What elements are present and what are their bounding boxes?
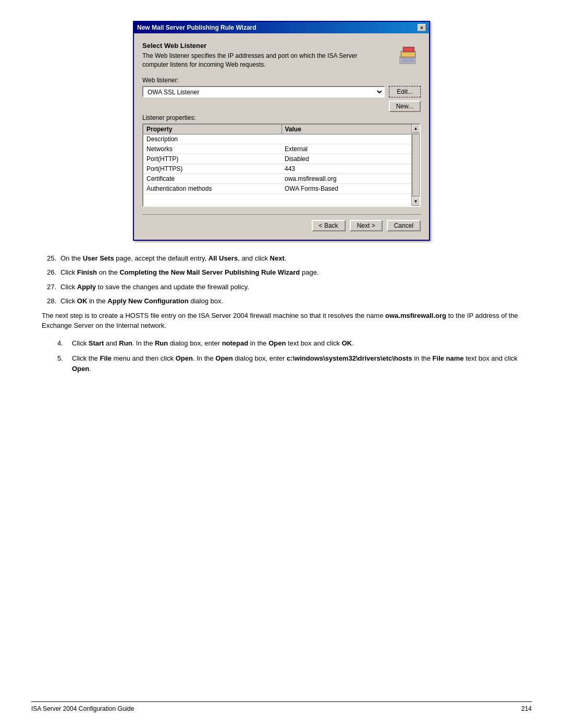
step-number: 28. (42, 296, 56, 306)
step-number: 27. (42, 282, 56, 292)
cell-value: Disabled (282, 154, 420, 164)
cancel-button[interactable]: Cancel (387, 220, 421, 231)
cell-property: Port(HTTPS) (143, 164, 282, 174)
dialog-header-text: Select Web Listener The Web listener spe… (142, 42, 390, 69)
dialog-titlebar: New Mail Server Publishing Rule Wizard × (134, 22, 429, 33)
table-row: Authentication methodsOWA Forms-Based (143, 184, 420, 194)
dialog-container: New Mail Server Publishing Rule Wizard ×… (31, 21, 532, 241)
step-text: Click Apply to save the changes and upda… (60, 282, 249, 292)
sub-step-number: 5. (57, 353, 67, 374)
column-value: Value (282, 125, 420, 134)
cell-value: OWA Forms-Based (282, 184, 420, 193)
dialog-body: Select Web Listener The Web listener spe… (134, 33, 429, 240)
table-header: Property Value (143, 125, 420, 134)
web-listener-row: OWA SSL Listener Edit... (142, 86, 421, 97)
sub-step-text: Click the File menu and then click Open.… (72, 353, 521, 374)
numbered-step: 25.On the User Sets page, accept the def… (42, 253, 521, 264)
scroll-thumb[interactable] (412, 134, 420, 196)
step-text: On the User Sets page, accept the defaul… (60, 253, 286, 264)
table-row: Certificateowa.msfirewall.org (143, 174, 420, 184)
dialog-title: New Mail Server Publishing Rule Wizard (137, 24, 256, 31)
steps-list: 25.On the User Sets page, accept the def… (42, 253, 521, 306)
footer-bar: ISA Server 2004 Configuration Guide 214 (31, 701, 532, 712)
table-row: NetworksExternal (143, 144, 420, 154)
vertical-scrollbar[interactable]: ▲ ▼ (411, 125, 420, 206)
cell-property: Networks (143, 144, 282, 154)
footer-left: ISA Server 2004 Configuration Guide (31, 705, 134, 712)
close-button[interactable]: × (418, 24, 426, 31)
table-row: Port(HTTPS)443 (143, 164, 420, 174)
page-wrapper: New Mail Server Publishing Rule Wizard ×… (0, 0, 563, 728)
sub-step-text: Click Start and Run. In the Run dialog b… (72, 338, 354, 349)
dialog-button-row: < Back Next > Cancel (142, 214, 421, 231)
wizard-icon (396, 42, 421, 67)
step-number: 26. (42, 267, 56, 278)
step-number: 25. (42, 253, 56, 264)
table-row: Description (143, 134, 420, 144)
new-btn-container: New... (142, 101, 421, 112)
numbered-step: 28.Click OK in the Apply New Configurati… (42, 296, 521, 306)
table-body: DescriptionNetworksExternalPort(HTTP)Dis… (143, 134, 420, 194)
numbered-step: 27.Click Apply to save the changes and u… (42, 282, 521, 292)
cell-value: owa.msfirewall.org (282, 174, 420, 183)
cell-value (282, 134, 420, 144)
footer-right: 214 (521, 705, 532, 712)
edit-button[interactable]: Edit... (389, 86, 421, 97)
back-button[interactable]: < Back (312, 220, 346, 231)
cell-value: External (282, 144, 420, 154)
cell-value: 443 (282, 164, 420, 174)
step-text: Click Finish on the Completing the New M… (60, 267, 319, 278)
scroll-up-arrow[interactable]: ▲ (412, 125, 420, 133)
cell-property: Description (143, 134, 282, 144)
dialog-section-title: Select Web Listener (142, 42, 390, 50)
web-listener-label: Web listener: (142, 77, 421, 84)
cell-property: Certificate (143, 174, 282, 183)
content-area: 25.On the User Sets page, accept the def… (31, 253, 532, 379)
new-button[interactable]: New... (389, 101, 421, 112)
next-button[interactable]: Next > (350, 220, 383, 231)
column-property: Property (143, 125, 282, 134)
cell-property: Port(HTTP) (143, 154, 282, 164)
svg-rect-3 (402, 52, 414, 56)
sub-step: 5.Click the File menu and then click Ope… (57, 353, 521, 374)
cell-property: Authentication methods (143, 184, 282, 193)
dialog-header: Select Web Listener The Web listener spe… (142, 42, 421, 69)
properties-table: Property Value DescriptionNetworksExtern… (142, 124, 421, 207)
table-row: Port(HTTP)Disabled (143, 154, 420, 164)
step-text: Click OK in the Apply New Configuration … (60, 296, 223, 306)
web-listener-select[interactable]: OWA SSL Listener (142, 86, 385, 97)
listener-properties-label: Listener properties: (142, 114, 421, 121)
sub-step-number: 4. (57, 338, 67, 349)
sub-steps-list: 4.Click Start and Run. In the Run dialog… (42, 338, 521, 374)
dialog-description: The Web listener specifies the IP addres… (142, 52, 390, 69)
numbered-step: 26.Click Finish on the Completing the Ne… (42, 267, 521, 278)
svg-rect-5 (404, 48, 413, 51)
scroll-down-arrow[interactable]: ▼ (412, 198, 420, 206)
sub-step: 4.Click Start and Run. In the Run dialog… (57, 338, 521, 349)
dialog-window: New Mail Server Publishing Rule Wizard ×… (133, 21, 430, 241)
hosts-paragraph: The next step is to create a HOSTS file … (42, 311, 521, 331)
